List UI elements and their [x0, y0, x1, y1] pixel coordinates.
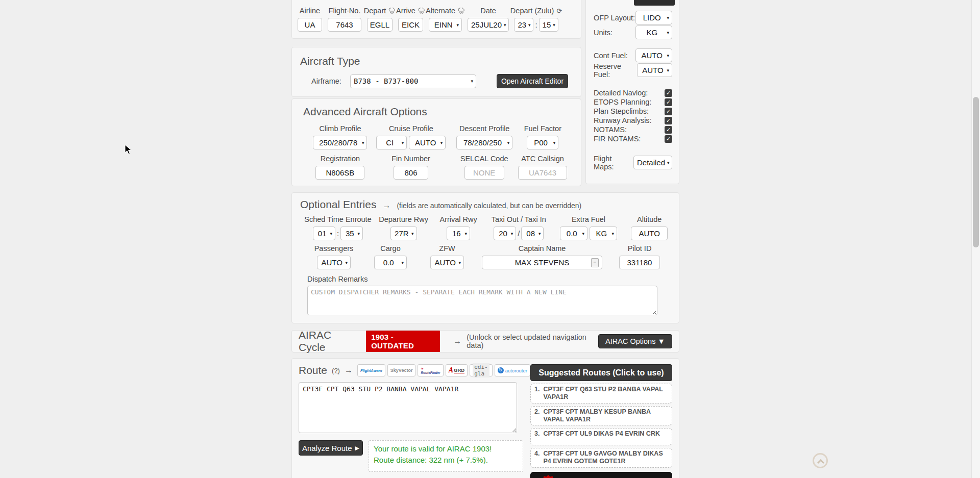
- cont-fuel-select[interactable]: AUTO▾: [635, 48, 672, 62]
- altitude-input[interactable]: [631, 227, 668, 240]
- extra-fuel-unit-select[interactable]: KG▾: [590, 227, 617, 240]
- atc-callsign-input[interactable]: [518, 166, 567, 180]
- chevron-down-icon: ▾: [458, 260, 461, 265]
- etops-planning-checkbox[interactable]: ✓: [665, 98, 672, 106]
- advanced-aircraft-options-card: Advanced Aircraft Options Climb Profile …: [291, 98, 581, 186]
- taxi-out-select[interactable]: 20▾: [494, 227, 516, 240]
- plan-stepclimbs-checkbox[interactable]: ✓: [665, 108, 672, 115]
- climb-profile-select[interactable]: 250/280/78▾: [313, 136, 367, 149]
- extra-fuel-select[interactable]: 0.0▾: [560, 227, 587, 240]
- suggested-route-item[interactable]: 2.CPT3F CPT MALBY KESUP BANBA VAPAL VAPA…: [530, 406, 672, 426]
- route-title: Route: [299, 364, 327, 376]
- depart-input[interactable]: [367, 18, 393, 32]
- depart-hour-select[interactable]: 23▾: [514, 18, 533, 32]
- arrive-input[interactable]: [398, 18, 423, 32]
- registration-input[interactable]: [315, 166, 364, 180]
- weather-icon[interactable]: [458, 8, 465, 14]
- units-select[interactable]: KG▾: [635, 26, 672, 39]
- agrd-button[interactable]: AGRD: [446, 364, 468, 376]
- flight-no-input[interactable]: [328, 18, 361, 32]
- weather-icon[interactable]: [388, 8, 396, 14]
- chevron-down-icon: ▾: [345, 260, 348, 265]
- airac-options-button[interactable]: AIRAC Options ▼: [598, 334, 672, 348]
- cruise-ci-select[interactable]: AUTO▾: [409, 136, 446, 149]
- scrollbar[interactable]: [971, 0, 980, 478]
- chevron-down-icon: ▾: [358, 231, 360, 236]
- weather-icon[interactable]: [418, 8, 425, 14]
- passengers-select[interactable]: AUTO▾: [317, 256, 351, 269]
- scroll-to-top-button[interactable]: [813, 453, 828, 468]
- depart-minute-select[interactable]: 15▾: [539, 18, 558, 32]
- chevron-up-icon: [817, 459, 824, 466]
- analyze-route-button[interactable]: Analyze Route▶: [299, 440, 363, 456]
- pilot-id-input[interactable]: [619, 256, 660, 269]
- reserve-fuel-select[interactable]: AUTO▾: [637, 63, 672, 77]
- suggested-routes-header[interactable]: Suggested Routes (Click to use): [530, 364, 672, 381]
- reserve-fuel-label: Reserve Fuel:: [594, 62, 637, 79]
- alternate-label: Alternate: [426, 7, 455, 15]
- cruise-profile-select[interactable]: CI▾: [376, 136, 407, 149]
- sched-hour-select[interactable]: 01▾: [313, 227, 335, 240]
- route-help-link[interactable]: (?): [332, 367, 340, 374]
- airframe-select[interactable]: B738 - B737-800▾: [350, 74, 476, 88]
- fuel-factor-select[interactable]: P00▾: [527, 136, 558, 149]
- chevron-down-icon: ▾: [471, 79, 473, 84]
- etops-planning-label: ETOPS Planning:: [594, 98, 651, 106]
- open-aircraft-editor-button[interactable]: Open Aircraft Editor: [497, 74, 568, 88]
- arrival-rwy-select[interactable]: 16▾: [447, 227, 470, 240]
- suggested-routes-column: Suggested Routes (Click to use) 1.CPT3F …: [530, 364, 672, 478]
- route-textarea[interactable]: CPT3F CPT Q63 STU P2 BANBA VAPAL VAPA1R: [299, 382, 517, 433]
- view-more-routes-button[interactable]: NEW View More Routes: [530, 472, 672, 478]
- chevron-down-icon: ▾: [667, 68, 669, 73]
- airline-input[interactable]: [298, 18, 322, 32]
- chevron-down-icon: ▾: [582, 231, 584, 236]
- descent-profile-select[interactable]: 78/280/250▾: [456, 136, 512, 149]
- taxi-label: Taxi Out / Taxi In: [492, 215, 546, 223]
- ofp-layout-label: OFP Layout:: [594, 14, 635, 22]
- route-validation-box: Your route is valid for AIRAC 1903! Rout…: [369, 440, 523, 472]
- play-icon: ▶: [355, 445, 359, 451]
- airac-note: (Unlock or select updated navigation dat…: [467, 333, 598, 349]
- scrollbar-thumb[interactable]: [973, 97, 979, 247]
- fir-notams-checkbox[interactable]: ✓: [665, 135, 672, 143]
- captain-name-input[interactable]: [482, 256, 602, 269]
- detailed-navlog-checkbox[interactable]: ✓: [665, 89, 672, 97]
- descent-profile-label: Descent Profile: [459, 124, 509, 133]
- chevron-down-icon: ▾: [440, 140, 443, 145]
- notams-checkbox[interactable]: ✓: [665, 126, 672, 134]
- cargo-select[interactable]: 0.0▾: [374, 256, 407, 269]
- units-label: Units:: [594, 29, 612, 37]
- fin-number-input[interactable]: [394, 166, 428, 180]
- cont-fuel-label: Cont Fuel:: [594, 52, 628, 60]
- taxi-in-select[interactable]: 08▾: [521, 227, 544, 240]
- sidebar-top-button-partial[interactable]: [634, 0, 675, 6]
- runway-analysis-checkbox[interactable]: ✓: [665, 117, 672, 124]
- alternate-select[interactable]: EINN▾: [429, 18, 462, 32]
- refresh-icon[interactable]: ⟳: [556, 7, 562, 15]
- suggested-route-item[interactable]: 3.CPT3F CPT UL9 DIKAS P4 EVRIN CRK: [530, 428, 672, 445]
- autorouter-button[interactable]: ↻autorouter: [495, 364, 530, 376]
- routefinder-button[interactable]: ✈RouteFinder: [418, 364, 443, 376]
- passengers-label: Passengers: [314, 244, 354, 253]
- suggested-route-item[interactable]: 4.CPT3F CPT UL9 GAVGO MALBY DIKAS P4 EVR…: [530, 448, 672, 468]
- date-select[interactable]: 25JUL20▾: [468, 18, 509, 32]
- chevron-down-icon: ▾: [538, 231, 541, 236]
- departure-rwy-select[interactable]: 27R▾: [390, 227, 417, 240]
- edi-gla-button[interactable]: edi-gla: [470, 364, 493, 376]
- dispatch-remarks-textarea[interactable]: [307, 286, 657, 315]
- chevron-down-icon: ▾: [511, 231, 513, 236]
- ofp-layout-select[interactable]: LIDO▾: [635, 11, 672, 24]
- date-label: Date: [480, 7, 496, 15]
- crew-list-icon[interactable]: ≡: [591, 258, 599, 267]
- flight-maps-select[interactable]: Detailed▾: [633, 156, 672, 169]
- zfw-select[interactable]: AUTO▾: [430, 256, 464, 269]
- sched-minute-select[interactable]: 35▾: [340, 227, 363, 240]
- cruise-profile-label: Cruise Profile: [389, 124, 433, 133]
- flightaware-button[interactable]: FlightAware: [357, 364, 385, 376]
- depart-label: Depart: [364, 7, 386, 15]
- chevron-down-icon: ▾: [553, 22, 555, 28]
- selcal-input[interactable]: [464, 166, 504, 180]
- suggested-route-item[interactable]: 1.CPT3F CPT Q63 STU P2 BANBA VAPAL VAPA1…: [530, 384, 672, 404]
- arrive-label: Arrive: [396, 7, 415, 15]
- skyvector-button[interactable]: SkyVector: [387, 364, 416, 376]
